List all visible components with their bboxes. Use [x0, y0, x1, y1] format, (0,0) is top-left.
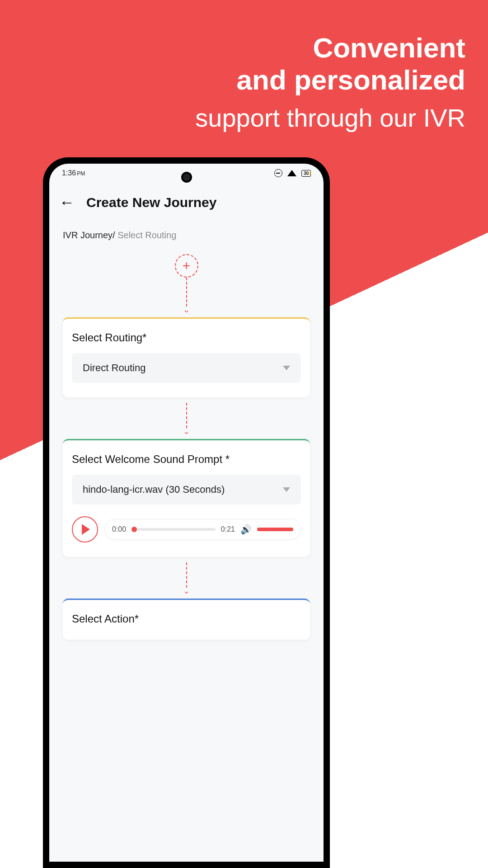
welcome-dropdown[interactable]: hindo-lang-icr.wav (30 Seconds)	[72, 475, 301, 505]
breadcrumb: IVR Journey/ Select Routing	[49, 217, 324, 246]
dnd-icon	[274, 169, 282, 177]
battery-icon: 30 ⚡	[301, 170, 311, 177]
routing-selected: Direct Routing	[83, 362, 145, 374]
action-card: Select Action*	[63, 599, 310, 640]
routing-dropdown[interactable]: Direct Routing	[72, 353, 301, 383]
play-icon	[82, 524, 90, 535]
flow-connector	[186, 278, 187, 307]
audio-progress-container: 0:00 0:21 🔊	[104, 519, 301, 540]
breadcrumb-root[interactable]: IVR Journey	[63, 230, 113, 240]
volume-icon[interactable]: 🔊	[240, 524, 252, 535]
status-indicators: 30 ⚡	[274, 168, 311, 178]
page-title: Create New Journey	[86, 195, 216, 210]
audio-current-time: 0:00	[112, 525, 126, 533]
audio-thumb[interactable]	[131, 527, 137, 532]
headline-line-2: and personalized	[195, 64, 465, 96]
phone-frame: 1:36PM 30 ⚡ ← Create New Journey IVR Jou…	[43, 157, 330, 868]
caret-down-icon	[283, 366, 290, 370]
status-time-value: 1:36	[62, 169, 76, 177]
audio-seek-slider[interactable]	[131, 528, 216, 531]
wifi-icon	[287, 168, 297, 178]
status-time: 1:36PM	[62, 169, 85, 177]
flow-connector	[186, 562, 187, 588]
status-time-suffix: PM	[77, 170, 85, 177]
welcome-selected: hindo-lang-icr.wav (30 Seconds)	[83, 484, 225, 495]
action-label: Select Action*	[72, 613, 301, 625]
plus-icon: +	[183, 258, 191, 274]
routing-card: Select Routing* Direct Routing	[63, 317, 310, 397]
app-header: ← Create New Journey	[49, 181, 324, 217]
welcome-card: Select Welcome Sound Prompt * hindo-lang…	[63, 439, 310, 557]
caret-down-icon	[283, 487, 290, 492]
volume-slider[interactable]	[257, 528, 293, 531]
add-step-button[interactable]: +	[175, 254, 198, 278]
headline-line-3: support through our IVR	[195, 102, 465, 135]
flow-connector	[186, 403, 187, 428]
headline-line-1: Convenient	[195, 32, 465, 64]
audio-player: 0:00 0:21 🔊	[72, 516, 301, 542]
phone-screen: 1:36PM 30 ⚡ ← Create New Journey IVR Jou…	[49, 164, 324, 862]
routing-label: Select Routing*	[72, 331, 301, 344]
welcome-label: Select Welcome Sound Prompt *	[72, 453, 301, 466]
play-button[interactable]	[72, 516, 98, 542]
marketing-headline: Convenient and personalized support thro…	[195, 32, 465, 134]
audio-duration: 0:21	[221, 525, 235, 533]
breadcrumb-separator: /	[113, 230, 115, 240]
camera-notch	[181, 172, 192, 183]
breadcrumb-current: Select Routing	[117, 230, 176, 240]
journey-flow: + ⌄ Select Routing* Direct Routing ⌄ Sel…	[49, 254, 324, 640]
back-arrow-icon[interactable]: ←	[59, 193, 75, 211]
